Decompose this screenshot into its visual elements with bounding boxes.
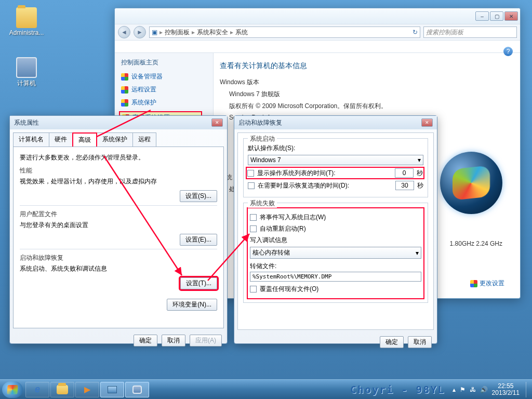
tab-protect[interactable]: 系统保护 bbox=[97, 132, 133, 147]
env-vars-button[interactable]: 环境变量(N)... bbox=[167, 299, 217, 311]
dump-label: 写入调试信息 bbox=[250, 236, 421, 245]
cpu-speed: 1.80GHz 2.24 GHz bbox=[450, 240, 502, 247]
start-button[interactable] bbox=[2, 381, 23, 398]
task-control-panel[interactable] bbox=[100, 382, 124, 397]
window-titlebar: – ▢ ✕ bbox=[115, 8, 520, 24]
failure-group: 系统失败 将事件写入系统日志(W) 自动重新启动(R) 写入调试信息 核心内存转… bbox=[243, 203, 428, 303]
show-list-seconds[interactable]: 0 bbox=[395, 168, 414, 178]
checkbox-auto-restart[interactable] bbox=[250, 225, 257, 232]
back-button[interactable]: ◄ bbox=[118, 26, 130, 38]
profile-settings-button[interactable]: 设置(E)... bbox=[180, 234, 217, 246]
desktop-icon-computer[interactable]: 计算机 bbox=[8, 57, 45, 88]
startup-settings-button[interactable]: 设置(T)... bbox=[180, 277, 217, 289]
folder-icon bbox=[57, 385, 68, 394]
startup-recovery-dialog: 启动和故障恢复 ✕ 系统启动 默认操作系统(S): Windows 7▾ 显示操… bbox=[234, 115, 437, 344]
address-bar[interactable]: ▣ ▸控制面板 ▸系统和安全 ▸系统 ↻ bbox=[149, 26, 420, 38]
section-edition-header: Windows 版本 bbox=[220, 78, 514, 87]
sidebar-link-device-manager[interactable]: 设备管理器 bbox=[121, 72, 213, 81]
breadcrumb[interactable]: 系统和安全 bbox=[197, 28, 228, 37]
show-desktop[interactable] bbox=[526, 382, 530, 397]
perf-desc: 视觉效果，处理器计划，内存使用，以及虚拟内存 bbox=[20, 177, 217, 186]
page-title: 查看有关计算机的基本信息 bbox=[220, 61, 514, 71]
admin-note: 要进行大多数更改，您必须作为管理员登录。 bbox=[20, 153, 217, 162]
tab-remote[interactable]: 远程 bbox=[132, 132, 156, 147]
system-properties-dialog: 系统属性 ✕ 计算机名 硬件 高级 系统保护 远程 要进行大多数更改，您必须作为… bbox=[9, 115, 228, 344]
window-icon bbox=[108, 386, 117, 393]
perf-title: 性能 bbox=[20, 166, 217, 175]
change-settings-link[interactable]: 更改设置 bbox=[470, 279, 504, 288]
task-media[interactable]: ▶ bbox=[75, 382, 99, 397]
ok-button[interactable]: 确定 bbox=[134, 335, 157, 347]
sidebar-link-remote[interactable]: 远程设置 bbox=[121, 85, 213, 94]
close-button[interactable]: ✕ bbox=[421, 118, 433, 127]
shield-icon bbox=[470, 280, 477, 287]
dump-file-input[interactable] bbox=[250, 272, 421, 282]
dump-type-select[interactable]: 核心内存转储▾ bbox=[250, 247, 421, 259]
perf-settings-button[interactable]: 设置(S)... bbox=[180, 190, 217, 202]
failure-legend: 系统失败 bbox=[248, 199, 277, 208]
computer-icon bbox=[16, 57, 37, 78]
shield-icon bbox=[121, 99, 128, 107]
startup-title: 启动和故障恢复 bbox=[20, 254, 217, 262]
cancel-button[interactable]: 取消 bbox=[408, 336, 432, 348]
shield-icon bbox=[121, 86, 128, 94]
tray-up-icon[interactable]: ▴ bbox=[453, 386, 456, 393]
ok-button[interactable]: 确定 bbox=[380, 336, 404, 348]
clock[interactable]: 22:55 2013/2/11 bbox=[492, 383, 520, 396]
apply-button[interactable]: 应用(A) bbox=[190, 335, 222, 347]
system-tray: ▴ ⚑ 🖧 🔊 22:55 2013/2/11 bbox=[453, 382, 530, 397]
shield-icon bbox=[121, 73, 128, 81]
desktop-icon-label: 计算机 bbox=[8, 79, 45, 88]
folder-icon bbox=[16, 7, 37, 28]
checkbox-show-list[interactable] bbox=[247, 170, 254, 177]
sidebar-header: 控制面板主页 bbox=[121, 58, 213, 67]
action-center-icon[interactable]: ⚑ bbox=[460, 386, 466, 393]
show-list-label: 显示操作系统列表的时间(T): bbox=[257, 169, 336, 178]
chevron-down-icon: ▾ bbox=[416, 249, 419, 257]
show-recovery-seconds[interactable]: 30 bbox=[395, 181, 414, 190]
cancel-button[interactable]: 取消 bbox=[162, 335, 185, 347]
checkbox-log-event[interactable] bbox=[250, 214, 257, 221]
taskbar: e ▶ Choyri - 98YL ▴ ⚑ 🖧 🔊 22:55 2013/2/1… bbox=[0, 379, 532, 399]
edition-value: Windows 7 旗舰版 bbox=[229, 90, 514, 99]
minimize-button[interactable]: – bbox=[475, 11, 489, 21]
tab-computer-name[interactable]: 计算机名 bbox=[13, 132, 49, 147]
profile-title: 用户配置文件 bbox=[20, 210, 217, 219]
checkbox-show-recovery[interactable] bbox=[248, 182, 255, 189]
volume-icon[interactable]: 🔊 bbox=[480, 386, 488, 393]
close-button[interactable]: ✕ bbox=[211, 118, 223, 127]
forward-button[interactable]: ► bbox=[134, 26, 146, 38]
copyright-value: 版权所有 © 2009 Microsoft Corporation。保留所有权利… bbox=[229, 102, 514, 111]
startup-group: 系统启动 默认操作系统(S): Windows 7▾ 显示操作系统列表的时间(T… bbox=[243, 138, 428, 197]
sidebar-link-protect[interactable]: 系统保护 bbox=[121, 98, 213, 107]
desktop-icon-label: Administra... bbox=[8, 29, 45, 36]
maximize-button[interactable]: ▢ bbox=[490, 11, 503, 21]
tab-hardware[interactable]: 硬件 bbox=[49, 132, 73, 147]
show-recovery-label: 在需要时显示恢复选项的时间(D): bbox=[258, 181, 349, 190]
media-icon: ▶ bbox=[84, 384, 90, 394]
breadcrumb[interactable]: 系统 bbox=[235, 28, 248, 37]
default-os-select[interactable]: Windows 7▾ bbox=[248, 155, 423, 165]
task-sysinfo[interactable] bbox=[125, 382, 149, 397]
search-input[interactable]: 搜索控制面板 bbox=[423, 26, 517, 38]
checkbox-overwrite[interactable] bbox=[250, 286, 257, 292]
task-ie[interactable]: e bbox=[25, 382, 49, 397]
desktop-icon-admin[interactable]: Administra... bbox=[8, 7, 45, 36]
profile-desc: 与您登录有关的桌面设置 bbox=[20, 221, 217, 230]
windows-logo bbox=[440, 152, 502, 214]
network-icon[interactable]: 🖧 bbox=[470, 386, 476, 393]
default-os-label: 默认操作系统(S): bbox=[248, 144, 423, 153]
nav-toolbar: ◄ ► ▣ ▸控制面板 ▸系统和安全 ▸系统 ↻ 搜索控制面板 bbox=[115, 24, 520, 41]
refresh-icon[interactable]: ↻ bbox=[413, 29, 418, 36]
computer-icon bbox=[132, 385, 142, 394]
dialog-title: 系统属性 bbox=[14, 118, 39, 127]
watermark: Choyri - 98YL bbox=[350, 383, 445, 396]
task-explorer[interactable] bbox=[50, 382, 74, 397]
breadcrumb[interactable]: 控制面板 bbox=[165, 28, 190, 37]
startup-legend: 系统启动 bbox=[248, 135, 277, 143]
tabs: 计算机名 硬件 高级 系统保护 远程 bbox=[13, 132, 224, 147]
startup-desc: 系统启动、系统失败和调试信息 bbox=[20, 264, 217, 273]
windows-flag-icon bbox=[7, 385, 18, 394]
tab-advanced[interactable]: 高级 bbox=[72, 132, 97, 147]
close-button[interactable]: ✕ bbox=[504, 11, 518, 21]
